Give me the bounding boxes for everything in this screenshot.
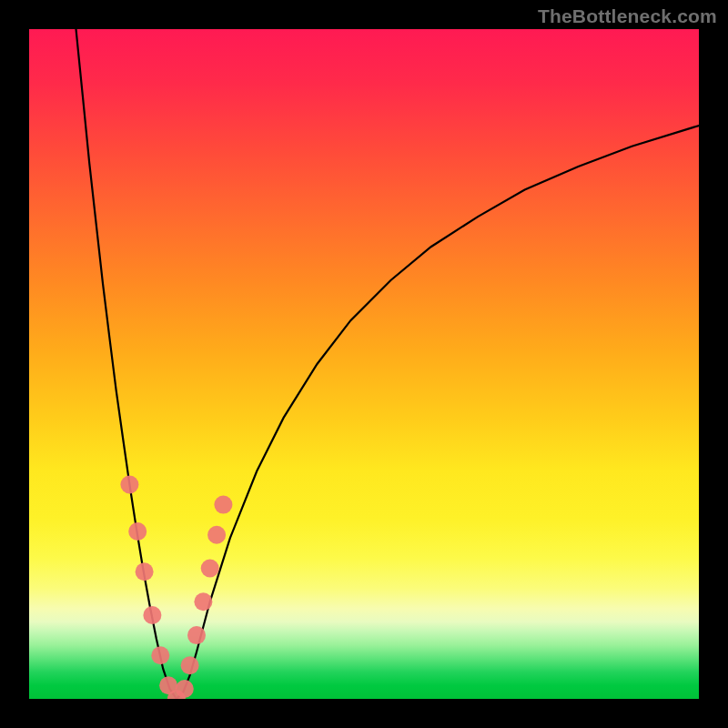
data-point xyxy=(151,646,169,664)
plot-area xyxy=(29,29,699,699)
data-point xyxy=(214,496,232,514)
data-point xyxy=(143,606,161,624)
data-point xyxy=(128,522,147,541)
chart-svg xyxy=(29,29,699,699)
data-point xyxy=(187,626,206,644)
chart-frame: TheBottleneck.com xyxy=(0,0,728,728)
watermark-text: TheBottleneck.com xyxy=(538,5,717,27)
curve-layer xyxy=(76,29,700,699)
data-point xyxy=(201,560,219,578)
data-point xyxy=(194,592,212,611)
data-point xyxy=(176,680,194,698)
data-point xyxy=(120,476,138,494)
bottleneck-curve xyxy=(76,29,700,699)
data-point xyxy=(136,562,154,581)
data-point xyxy=(181,656,199,674)
data-point xyxy=(207,526,226,544)
marker-dots xyxy=(120,476,232,700)
